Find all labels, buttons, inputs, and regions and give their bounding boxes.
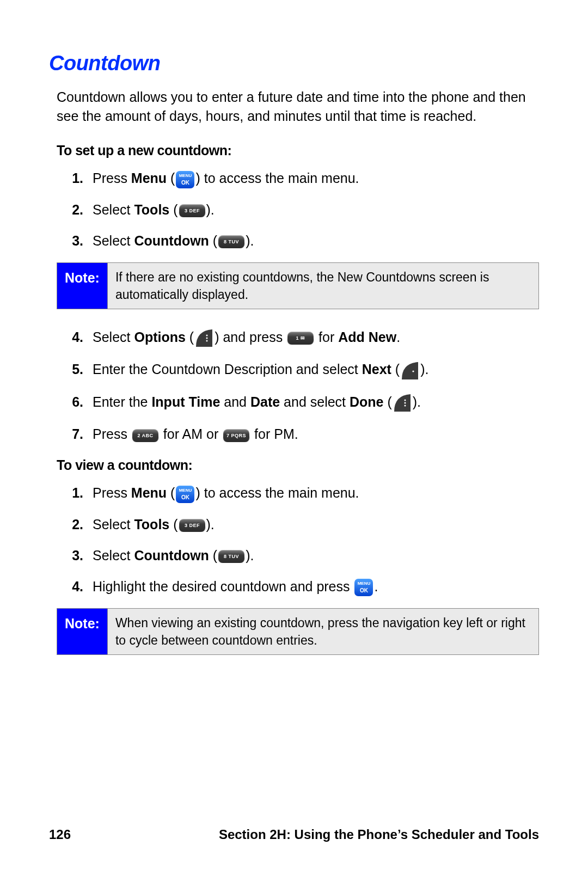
note-text: If there are no existing countdowns, the… [108, 263, 538, 309]
text: Select [93, 517, 134, 532]
svg-point-1 [206, 340, 208, 342]
setup-step-4: Select Options () and press for Add New. [87, 328, 539, 348]
text: . [396, 329, 400, 345]
text: ). [206, 202, 215, 217]
text: ( [384, 394, 392, 409]
text: ). [206, 517, 215, 532]
text: Enter the Countdown Description and sele… [93, 362, 362, 377]
key-3-icon [179, 519, 205, 532]
text: ( [169, 517, 177, 532]
text-bold: Menu [131, 170, 167, 186]
text: Enter the [93, 394, 151, 409]
key-3-icon [179, 204, 205, 217]
text: ) to access the main menu. [195, 170, 359, 186]
text: and [220, 394, 250, 409]
text: ( [209, 233, 217, 248]
text: ) and press [215, 329, 286, 345]
menu-ok-icon [354, 579, 373, 596]
text: for [315, 329, 338, 345]
softkey-right-icon [195, 328, 213, 348]
key-7-icon [223, 429, 250, 442]
setup-step-3: Select Countdown (). [87, 231, 539, 250]
text-bold: Countdown [134, 233, 209, 248]
text: for PM. [250, 426, 298, 442]
text: ). [420, 362, 428, 377]
text: ). [246, 233, 254, 248]
view-step-1: Press Menu () to access the main menu. [87, 483, 539, 503]
setup-step-6: Enter the Input Time and Date and select… [87, 393, 539, 413]
setup-step-2: Select Tools (). [87, 200, 539, 219]
svg-point-6 [404, 400, 406, 401]
text: Press [93, 426, 131, 442]
section-title: Section 2H: Using the Phone’s Scheduler … [219, 825, 539, 844]
text: ( [209, 548, 217, 563]
note-text: When viewing an existing countdown, pres… [108, 609, 538, 654]
view-heading: To view a countdown: [57, 456, 539, 475]
setup-step-7: Press for AM or for PM. [87, 425, 539, 444]
setup-step-5: Enter the Countdown Description and sele… [87, 360, 539, 380]
page-footer: 126 Section 2H: Using the Phone’s Schedu… [49, 825, 539, 844]
svg-point-3 [413, 370, 414, 372]
note-box-1: Note: If there are no existing countdown… [57, 262, 539, 309]
text-bold: Done [350, 394, 384, 409]
view-step-3: Select Countdown (). [87, 546, 539, 565]
key-1-icon [287, 332, 314, 345]
text: Press [93, 485, 131, 500]
view-step-2: Select Tools (). [87, 515, 539, 534]
text-bold: Options [134, 329, 185, 345]
key-2-icon [132, 429, 158, 442]
menu-ok-icon [176, 486, 194, 503]
text-bold: Date [250, 394, 280, 409]
text: . [374, 579, 378, 594]
intro-paragraph: Countdown allows you to enter a future d… [57, 88, 539, 126]
view-step-4: Highlight the desired countdown and pres… [87, 577, 539, 596]
text: Select [93, 233, 134, 248]
svg-point-4 [404, 402, 406, 404]
softkey-right-icon [401, 361, 419, 381]
text: Select [93, 202, 134, 217]
text: Select [93, 329, 134, 345]
text: and select [280, 394, 350, 409]
text: ( [167, 485, 175, 500]
text: ( [186, 329, 194, 345]
softkey-right-icon [393, 393, 412, 413]
text: ( [391, 362, 400, 377]
key-8-icon [218, 550, 245, 563]
text: ) to access the main menu. [195, 485, 359, 500]
text: ). [413, 394, 421, 409]
page-number: 126 [49, 825, 71, 844]
text: Select [93, 548, 134, 563]
text: for AM or [160, 426, 222, 442]
note-label: Note: [57, 609, 108, 654]
key-8-icon [218, 235, 245, 248]
page-title: Countdown [49, 49, 539, 78]
text-bold: Input Time [151, 394, 220, 409]
text-bold: Tools [134, 202, 169, 217]
text-bold: Menu [131, 485, 167, 500]
svg-point-5 [404, 405, 406, 407]
text-bold: Countdown [134, 548, 209, 563]
text-bold: Add New [338, 329, 396, 345]
text: ( [167, 170, 175, 186]
setup-step-1: Press Menu () to access the main menu. [87, 169, 539, 188]
svg-point-2 [206, 335, 208, 336]
text-bold: Next [362, 362, 391, 377]
svg-point-0 [206, 338, 208, 339]
menu-ok-icon [176, 171, 194, 188]
text: Highlight the desired countdown and pres… [93, 579, 353, 594]
note-box-2: Note: When viewing an existing countdown… [57, 608, 539, 655]
text: Press [93, 170, 131, 186]
text-bold: Tools [134, 517, 169, 532]
note-label: Note: [57, 263, 108, 309]
setup-heading: To set up a new countdown: [57, 141, 539, 160]
text: ). [246, 548, 254, 563]
text: ( [169, 202, 177, 217]
